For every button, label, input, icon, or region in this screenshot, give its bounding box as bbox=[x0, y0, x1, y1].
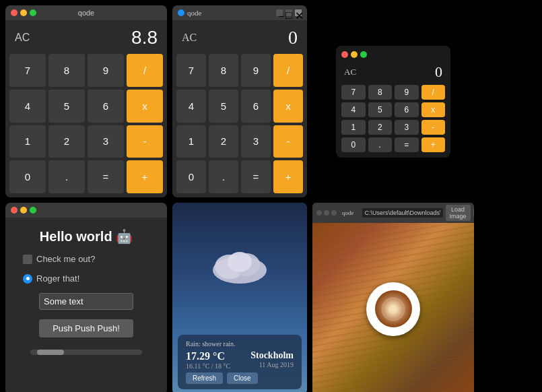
ac-tr[interactable]: AC bbox=[344, 67, 356, 77]
calc-btn-3[interactable]: 3 bbox=[88, 125, 124, 158]
minimize-btn-mid[interactable]: － bbox=[276, 9, 283, 16]
calc-mid-9[interactable]: 9 bbox=[241, 54, 271, 87]
calc-mid-7[interactable]: 7 bbox=[176, 54, 206, 87]
close-btn-mid[interactable]: ✕ bbox=[295, 9, 302, 16]
calc-btn-2[interactable]: 2 bbox=[48, 125, 85, 158]
calc-btn-div[interactable]: / bbox=[127, 54, 163, 87]
calc-btn-9[interactable]: 9 bbox=[88, 54, 124, 87]
calculator-topright-cell: AC 0 7 8 9 / 4 5 6 x 1 2 3 - 0 . = + bbox=[312, 5, 474, 197]
restore-btn-mid[interactable]: □ bbox=[285, 9, 292, 16]
tr-4[interactable]: 4 bbox=[341, 102, 366, 117]
calc-mid-5[interactable]: 5 bbox=[209, 90, 238, 123]
tr-sub[interactable]: - bbox=[421, 120, 446, 135]
calc-result: 8.8 bbox=[131, 27, 158, 48]
calc-mid-1[interactable]: 1 bbox=[176, 125, 206, 158]
weather-buttons: Refresh Close bbox=[186, 372, 294, 384]
hw-radio-row[interactable]: Roger that! bbox=[16, 273, 156, 284]
calc-mid-dot[interactable]: . bbox=[209, 160, 238, 193]
radio-icon[interactable] bbox=[23, 274, 32, 284]
calc-mid-add[interactable]: + bbox=[273, 160, 303, 193]
tr-9[interactable]: 9 bbox=[395, 85, 419, 100]
weather-main-row: 17.29 °C 16.11 °C / 18 °C Stockholm 11 A… bbox=[186, 350, 294, 370]
tr-mul[interactable]: x bbox=[421, 102, 446, 117]
weather-temp: 17.29 °C bbox=[186, 350, 230, 362]
close-button[interactable] bbox=[11, 9, 18, 16]
calc-btn-sub[interactable]: - bbox=[127, 125, 163, 158]
min-tr[interactable] bbox=[351, 51, 358, 58]
calc-mid-6[interactable]: 6 bbox=[241, 90, 271, 123]
tr-div[interactable]: / bbox=[421, 85, 446, 100]
calc-btn-dot[interactable]: . bbox=[48, 160, 85, 193]
iv-win-min[interactable]: — bbox=[473, 209, 474, 217]
tr-1[interactable]: 1 bbox=[341, 120, 366, 135]
iv-load-btn[interactable]: Load Image bbox=[446, 205, 471, 221]
calc-btn-eq[interactable]: = bbox=[88, 160, 124, 193]
tr-eq[interactable]: = bbox=[395, 137, 419, 152]
calc-mid-div[interactable]: / bbox=[273, 54, 303, 87]
tr-dot[interactable]: . bbox=[368, 137, 393, 152]
calc-mid-2[interactable]: 2 bbox=[209, 125, 238, 158]
tr-6[interactable]: 6 bbox=[395, 102, 419, 117]
calculator-topright: AC 0 7 8 9 / 4 5 6 x 1 2 3 - 0 . = + bbox=[336, 46, 450, 158]
hw-maximize[interactable] bbox=[30, 207, 36, 214]
refresh-button[interactable]: Refresh bbox=[186, 372, 223, 384]
iv-close[interactable] bbox=[316, 210, 322, 216]
coffee-cup bbox=[375, 290, 412, 327]
calc-mid-8[interactable]: 8 bbox=[209, 54, 238, 87]
calc-btn-4[interactable]: 4 bbox=[9, 90, 46, 123]
calc-grid-tr: 7 8 9 / 4 5 6 x 1 2 3 - 0 . = + bbox=[341, 85, 445, 152]
iv-min[interactable] bbox=[324, 210, 329, 216]
hw-checkbox-row[interactable]: Check me out? bbox=[16, 254, 156, 264]
calc-mid-eq[interactable]: = bbox=[241, 160, 271, 193]
calc-btn-add[interactable]: + bbox=[127, 160, 163, 193]
coffee-plate bbox=[366, 282, 420, 336]
tr-add[interactable]: + bbox=[421, 137, 446, 152]
push-button[interactable]: Push Push Push! bbox=[39, 319, 133, 337]
weather-temp-range: 16.11 °C / 18 °C bbox=[186, 362, 230, 370]
calc-mid-sub[interactable]: - bbox=[273, 125, 303, 158]
ac-button[interactable]: AC bbox=[15, 32, 30, 44]
close-tr[interactable] bbox=[341, 51, 348, 58]
tr-5[interactable]: 5 bbox=[368, 102, 393, 117]
ac-mid[interactable]: AC bbox=[182, 32, 197, 44]
tr-0[interactable]: 0 bbox=[341, 137, 366, 152]
calc-grid: 7 8 9 / 4 5 6 x 1 2 3 - 0 . = + bbox=[9, 54, 163, 193]
tr-7[interactable]: 7 bbox=[341, 85, 366, 100]
calc-btn-1[interactable]: 1 bbox=[9, 125, 46, 158]
checkbox-icon[interactable] bbox=[23, 255, 32, 264]
app-icon bbox=[178, 9, 184, 16]
calc-mid-mul[interactable]: x bbox=[273, 90, 303, 123]
calc-btn-6[interactable]: 6 bbox=[88, 90, 124, 123]
calc-body-mid: AC 0 7 8 9 / 4 5 6 x 1 2 3 - 0 . = + bbox=[172, 20, 307, 197]
tr-3[interactable]: 3 bbox=[395, 120, 419, 135]
iv-max[interactable] bbox=[331, 210, 337, 216]
text-input[interactable] bbox=[39, 293, 133, 310]
hw-title: Hello world 🤖 bbox=[40, 228, 133, 244]
calc-mid-0[interactable]: 0 bbox=[176, 160, 206, 193]
close-button[interactable]: Close bbox=[227, 372, 258, 384]
iv-path-input[interactable] bbox=[362, 208, 443, 218]
calc-btn-5[interactable]: 5 bbox=[48, 90, 85, 123]
calc-btn-7[interactable]: 7 bbox=[9, 54, 46, 87]
scrollbar[interactable] bbox=[30, 350, 142, 355]
scrollbar-thumb bbox=[37, 350, 64, 355]
weather-city: Stockholm bbox=[250, 350, 294, 361]
calc-mid-4[interactable]: 4 bbox=[176, 90, 206, 123]
tr-2[interactable]: 2 bbox=[368, 120, 393, 135]
max-tr[interactable] bbox=[360, 51, 367, 58]
iv-image-body bbox=[312, 223, 474, 392]
hw-close[interactable] bbox=[11, 207, 18, 214]
maximize-button[interactable] bbox=[30, 9, 36, 16]
calc-body: AC 8.8 7 8 9 / 4 5 6 x 1 2 3 - 0 . = + bbox=[5, 20, 167, 197]
calculator-topleft: qode AC 8.8 7 8 9 / 4 5 6 x 1 2 3 - 0 . … bbox=[5, 5, 167, 197]
hw-minimize[interactable] bbox=[20, 207, 27, 214]
tr-8[interactable]: 8 bbox=[368, 85, 393, 100]
image-viewer-window: qode Load Image — □ ✕ bbox=[312, 203, 474, 392]
radio-label: Roger that! bbox=[36, 273, 79, 284]
weather-date: 11 Aug 2019 bbox=[250, 361, 294, 368]
calc-btn-8[interactable]: 8 bbox=[48, 54, 85, 87]
calc-btn-0[interactable]: 0 bbox=[9, 160, 46, 193]
calc-mid-3[interactable]: 3 bbox=[241, 125, 271, 158]
calc-btn-mul[interactable]: x bbox=[127, 90, 163, 123]
minimize-button[interactable] bbox=[20, 9, 27, 16]
